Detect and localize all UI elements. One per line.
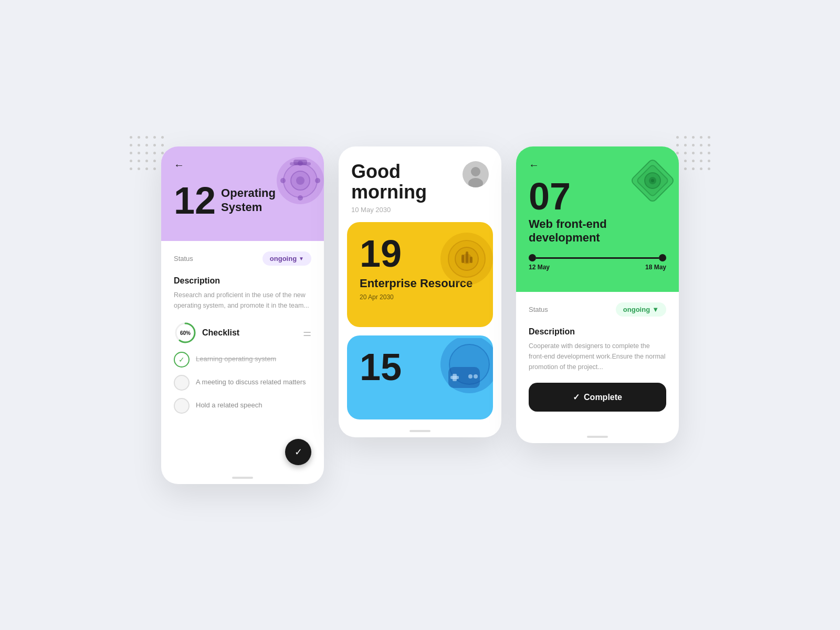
page-wrapper: ← 12 Operating System Sta <box>161 146 679 484</box>
progress-circle: 60% <box>174 321 197 344</box>
check-circle-done[interactable]: ✓ <box>174 352 190 368</box>
date-start-dot <box>529 254 536 261</box>
check-item-2-text: A meeting to discuss related matters <box>196 377 306 387</box>
card3-status-value: ongoing <box>623 306 650 313</box>
dots-decoration-tl <box>130 136 164 170</box>
chevron-down-icon-3: ▼ <box>652 306 659 313</box>
dots-decoration-tr <box>676 136 710 170</box>
progress-label: 60% <box>180 330 191 335</box>
card1-task-number: 12 <box>174 182 216 219</box>
card1-status-badge[interactable]: ongoing ▼ <box>262 251 311 266</box>
date-end-label: 18 May <box>645 264 666 271</box>
svg-point-5 <box>315 178 320 183</box>
check-item-3-text: Hold a related speech <box>196 401 262 410</box>
svg-point-7 <box>280 178 286 183</box>
svg-rect-9 <box>290 162 311 165</box>
card3-status-row: Status ongoing ▼ <box>529 302 666 317</box>
card1-status-row: Status ongoing ▼ <box>174 251 311 266</box>
card2-header: Good morning 10 May 2030 <box>339 146 501 222</box>
card1-desc-title: Description <box>174 276 311 286</box>
check-item-1: ✓ Learning operating system <box>174 352 311 368</box>
check-item-3: Hold a related speech <box>174 398 311 414</box>
task-date-enterprise: 20 Apr 2030 <box>360 293 480 301</box>
task-card-enterprise[interactable]: 19 Enterprise Resource 20 Apr 2030 <box>347 222 493 327</box>
bottom-bar-3 <box>587 436 608 438</box>
svg-point-3 <box>296 176 304 185</box>
chevron-down-icon: ▼ <box>299 256 304 261</box>
card3-body: Status ongoing ▼ Description Cooperate w… <box>516 292 679 426</box>
svg-point-13 <box>471 167 480 176</box>
check-circle-empty-1[interactable] <box>174 375 190 391</box>
card3-status-label: Status <box>529 306 548 313</box>
svg-rect-20 <box>466 251 468 263</box>
checklist-title: Checklist <box>202 328 239 338</box>
card-web-frontend: ← 07 Web front-end development <box>516 146 679 444</box>
complete-button-label: Complete <box>584 393 622 402</box>
card1-deco-icon <box>271 152 324 209</box>
greeting-date: 10 May 2030 <box>351 206 463 214</box>
check-item-2: A meeting to discuss related matters <box>174 375 311 391</box>
card-operating-system: ← 12 Operating System Sta <box>161 146 324 484</box>
card3-header: ← 07 Web front-end development <box>516 146 679 292</box>
filter-icon[interactable]: ⚌ <box>303 327 311 339</box>
task-card-blue[interactable]: 15 <box>347 335 493 419</box>
svg-point-28 <box>474 374 478 379</box>
complete-button[interactable]: ✓ Complete <box>529 383 666 412</box>
svg-rect-26 <box>450 376 459 379</box>
svg-rect-21 <box>470 257 472 263</box>
bottom-bar-1 <box>232 477 253 479</box>
back-arrow-icon[interactable]: ← <box>174 159 184 171</box>
card1-desc-text: Research and proficient in the use of th… <box>174 290 311 311</box>
avatar[interactable] <box>463 161 489 187</box>
card3-status-badge[interactable]: ongoing ▼ <box>616 302 666 317</box>
card3-deco-icon <box>621 149 679 212</box>
fab-check-button[interactable]: ✓ <box>285 439 311 465</box>
checkmark-icon: ✓ <box>178 355 185 364</box>
card1-checklist-header: 60% Checklist ⚌ <box>174 321 311 344</box>
check-item-1-text: Learning operating system <box>196 354 276 364</box>
date-end-dot <box>659 254 666 261</box>
greeting-section: Good morning 10 May 2030 <box>351 161 463 214</box>
greeting-text: Good morning <box>351 161 463 203</box>
card1-status-value: ongoing <box>270 255 297 262</box>
card1-body: Status ongoing ▼ Description Research an… <box>161 241 324 467</box>
checklist-left: 60% Checklist <box>174 321 239 344</box>
yellow-card-deco-icon <box>435 227 493 292</box>
bottom-bar-2 <box>410 430 430 432</box>
svg-point-33 <box>651 179 654 182</box>
card3-task-title: Web front-end development <box>529 217 666 245</box>
date-labels: 12 May 18 May <box>529 264 666 271</box>
svg-rect-19 <box>461 255 464 263</box>
complete-check-icon: ✓ <box>573 392 580 402</box>
svg-point-27 <box>468 374 472 379</box>
card3-desc-text: Cooperate with designers to complete the… <box>529 341 666 372</box>
date-range <box>529 254 666 261</box>
date-line <box>536 257 659 259</box>
card1-header: ← 12 Operating System <box>161 146 324 241</box>
card-good-morning: Good morning 10 May 2030 19 Enterprise R… <box>339 146 501 437</box>
card3-back-arrow-icon[interactable]: ← <box>529 159 539 171</box>
card1-status-label: Status <box>174 255 193 262</box>
card3-desc-title: Description <box>529 327 666 337</box>
svg-point-6 <box>298 195 303 201</box>
blue-card-deco-icon <box>433 338 493 403</box>
date-start-label: 12 May <box>529 264 550 271</box>
check-circle-empty-2[interactable] <box>174 398 190 414</box>
